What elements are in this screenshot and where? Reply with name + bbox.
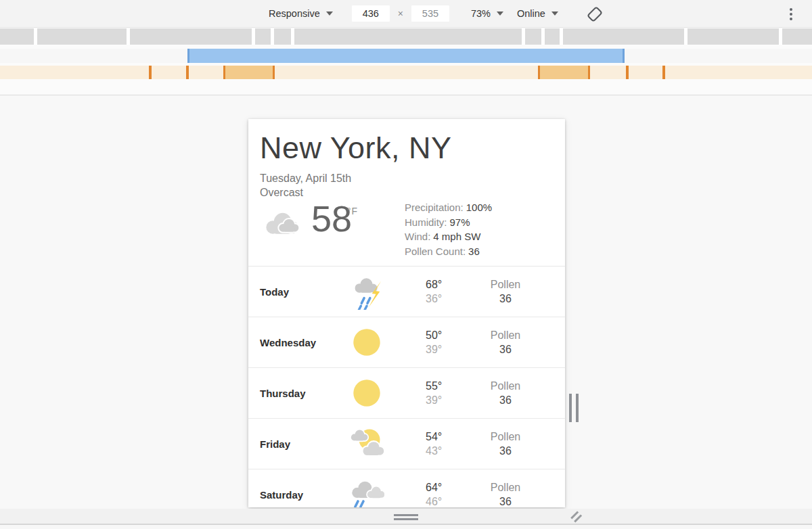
detail-label: Precipitation: [405, 202, 464, 213]
viewport-height-input[interactable]: 535 [411, 5, 449, 22]
viewport-width-resize-handle[interactable] [569, 394, 579, 422]
viewport-corner-resize-handle[interactable] [569, 509, 584, 524]
forecast-icon-cell [338, 327, 395, 357]
max-width-bar-segment[interactable] [223, 66, 275, 79]
forecast-day-label: Wednesday [260, 337, 338, 348]
pollen-label: Pollen [457, 277, 554, 292]
pollen-value: 36 [457, 444, 554, 458]
forecast-day-label: Thursday [260, 388, 338, 399]
high-temp: 64° [426, 480, 457, 495]
temp-unit: °F [347, 206, 358, 216]
detail-line: Humidity:97% [405, 215, 492, 230]
low-temp: 46° [426, 495, 457, 507]
forecast-temps: 54° 43° [395, 430, 457, 458]
forecast-day-label: Today [260, 286, 338, 298]
forecast-row: Thursday 55° 39° Pollen 36 [248, 368, 565, 419]
pollen-label: Pollen [457, 379, 554, 393]
forecast-icon-cell [338, 273, 395, 310]
rotate-viewport-button[interactable] [587, 6, 602, 21]
detail-line: Pollen Count:36 [405, 244, 492, 259]
current-temp: 58 [311, 200, 352, 237]
zoom-label: 73% [471, 8, 491, 19]
detail-label: Pollen Count: [405, 246, 466, 257]
throttling-select[interactable]: Online [517, 8, 558, 19]
overflow-menu-button[interactable] [786, 6, 796, 22]
ruler-segment [0, 28, 34, 45]
ruler-segment [130, 28, 252, 45]
pollen-value: 36 [457, 342, 554, 356]
max-width-media-query-bar[interactable] [0, 66, 812, 79]
storm-icon [348, 273, 385, 310]
detail-value: 97% [450, 216, 470, 228]
forecast-pollen: Pollen 36 [457, 430, 554, 458]
high-temp: 55° [426, 379, 457, 393]
location-title: New York, NY [260, 130, 554, 166]
pollen-label: Pollen [457, 328, 554, 342]
pollen-value: 36 [457, 495, 554, 507]
detail-label: Humidity: [405, 216, 447, 228]
chevron-down-icon [497, 12, 503, 16]
throttling-label: Online [517, 8, 545, 19]
zoom-select[interactable]: 73% [471, 8, 503, 19]
ruler-segment [274, 28, 291, 45]
forecast-temps: 55° 39° [395, 379, 457, 407]
media-query-divider[interactable] [186, 66, 189, 79]
high-temp: 54° [426, 430, 457, 444]
low-temp: 39° [426, 342, 457, 356]
detail-line: Precipitation:100% [405, 200, 492, 215]
min-width-media-query-row [0, 49, 812, 63]
media-query-divider[interactable] [662, 66, 665, 79]
high-temp: 50° [426, 328, 457, 342]
forecast-temps: 50° 39° [395, 328, 457, 356]
forecast-temps: 64° 46° [395, 480, 457, 507]
forecast-row: Saturday 64° 46° Pollen 36 [248, 469, 565, 507]
detail-value: 100% [466, 202, 492, 213]
device-viewport: New York, NY Tuesday, April 15th Overcas… [248, 119, 565, 507]
forecast-icon-cell [338, 477, 395, 507]
forecast-temps: 68° 36° [395, 277, 457, 306]
device-toolbar: Responsive 436 × 535 73% Online [0, 0, 812, 28]
pollen-label: Pollen [457, 430, 554, 444]
viewport-height-resize-handle[interactable] [394, 514, 418, 520]
dimension-separator: × [398, 8, 403, 19]
sunny-icon [352, 378, 382, 408]
forecast-pollen: Pollen 36 [457, 277, 554, 306]
pollen-label: Pollen [457, 480, 554, 495]
forecast-row: Today 68° 36° Pollen 36 [248, 267, 565, 317]
ruler-segment [294, 28, 522, 45]
chevron-down-icon [326, 12, 333, 16]
forecast-row: Wednesday 50° 39° Pollen 36 [248, 317, 565, 368]
partly-icon [349, 426, 384, 461]
ruler-segment [545, 28, 560, 45]
ruler-segment [525, 28, 541, 45]
device-type-select[interactable]: Responsive [269, 8, 333, 19]
forecast-day-label: Saturday [260, 489, 338, 501]
condition-text: Overcast [260, 185, 554, 200]
ruler-segment [563, 28, 684, 45]
ruler-segment [37, 28, 127, 45]
low-temp: 36° [426, 292, 457, 306]
low-temp: 39° [426, 393, 457, 407]
forecast-day-label: Friday [260, 438, 338, 450]
media-query-divider[interactable] [149, 66, 152, 79]
forecast-pollen: Pollen 36 [457, 328, 554, 356]
max-width-bar-segment[interactable] [538, 66, 590, 79]
detail-line: Wind:4 mph SW [405, 229, 492, 244]
viewport-width-input[interactable]: 436 [352, 5, 390, 22]
forecast-list: Today 68° 36° Pollen 36 Wednesday 50° 39… [248, 267, 565, 507]
ruler-segment [255, 28, 271, 45]
device-type-label: Responsive [269, 8, 320, 19]
media-query-divider[interactable] [626, 66, 629, 79]
chevron-down-icon [551, 12, 558, 16]
forecast-icon-cell [338, 378, 395, 408]
forecast-pollen: Pollen 36 [457, 480, 554, 507]
low-temp: 43° [426, 444, 457, 458]
devtools-window: Responsive 436 × 535 73% Online [0, 0, 812, 529]
media-query-section [0, 28, 812, 95]
detail-value: 36 [468, 246, 480, 257]
viewport-area: New York, NY Tuesday, April 15th Overcas… [0, 96, 812, 529]
rain-icon [349, 477, 384, 507]
min-width-media-query-bar[interactable] [187, 49, 625, 63]
ruler-segment [687, 28, 779, 45]
overcast-icon [262, 208, 304, 239]
